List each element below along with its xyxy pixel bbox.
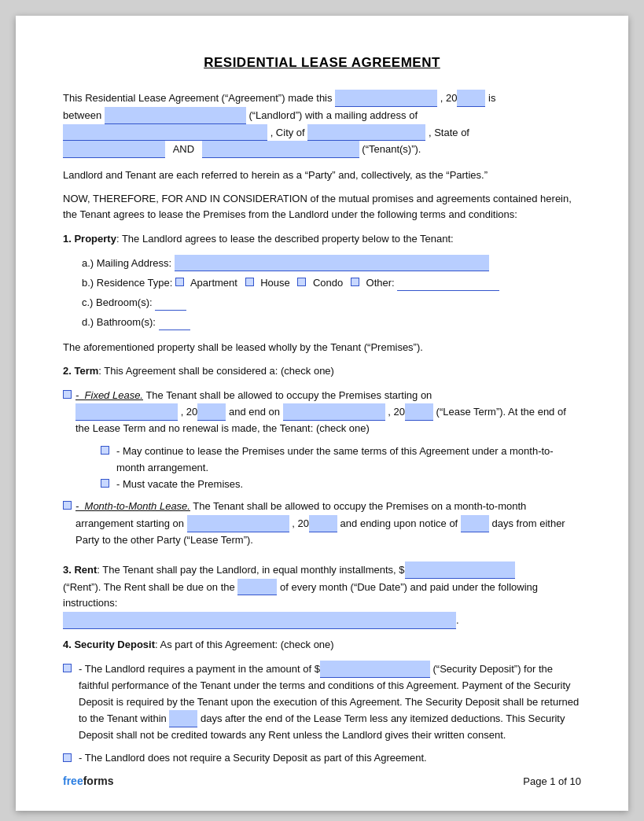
section4-text: : As part of this Agreement: (check one)	[155, 639, 334, 650]
section1-a-label: a.) Mailing Address:	[82, 257, 171, 269]
fixed-start-year-pre: , 20	[181, 406, 198, 418]
condo-checkbox[interactable]	[297, 278, 306, 286]
fixed-lease-label: - Fixed Lease.	[75, 389, 143, 401]
fixed-lease-checkbox[interactable]	[63, 390, 72, 399]
section4-header: 4. Security Deposit	[63, 639, 155, 650]
bedrooms-field[interactable]	[155, 294, 186, 311]
intro-line1-pre: This Residential Lease Agreement (“Agree…	[63, 92, 333, 104]
document-footer: freeforms Page 1 of 10	[63, 775, 581, 787]
apartment-checkbox[interactable]	[175, 278, 184, 286]
section1-b: b.) Residence Type: Apartment House Cond…	[82, 274, 581, 291]
section4-option1-pre: - The Landlord requires a payment in the…	[79, 663, 320, 675]
consideration-text: NOW, THEREFORE, FOR AND IN CONSIDERATION…	[63, 191, 581, 223]
security-return-days-field[interactable]	[169, 710, 197, 727]
section1-d-label: d.) Bathroom(s):	[82, 316, 156, 328]
brand-free: free	[63, 775, 83, 787]
security-deposit-amount-field[interactable]	[320, 661, 430, 678]
section1-d: d.) Bathroom(s):	[82, 314, 581, 330]
security-not-required-checkbox[interactable]	[63, 753, 72, 762]
option1-text: - May continue to lease the Premises und…	[116, 444, 581, 477]
option2-checkbox[interactable]	[101, 479, 109, 488]
section3-header: 3. Rent	[63, 564, 97, 576]
mailing-address-field[interactable]	[63, 124, 267, 142]
fixed-start-date-field[interactable]	[75, 403, 178, 421]
bathrooms-field[interactable]	[159, 314, 190, 330]
security-required-checkbox[interactable]	[63, 664, 72, 672]
section1-a: a.) Mailing Address:	[82, 255, 581, 271]
month-days-field[interactable]	[461, 515, 489, 532]
section1-text: : The Landlord agrees to lease the descr…	[116, 233, 454, 245]
tenant-name-field[interactable]	[202, 141, 359, 158]
month-year-pre: , 20	[292, 517, 309, 529]
option1-block: - May continue to lease the Premises und…	[101, 444, 581, 477]
section4-option1: - The Landlord requires a payment in the…	[63, 661, 581, 744]
section2-text: : This Agreement shall be considered a: …	[98, 365, 334, 377]
state-field[interactable]	[63, 141, 165, 158]
fixed-mid: and end on	[229, 406, 280, 418]
month-lease-block: - Month-to-Month Lease. The Tenant shall…	[63, 499, 581, 548]
section1-c-label: c.) Bedroom(s):	[82, 296, 153, 308]
condo-label: Condo	[313, 277, 343, 289]
section4-option2-text: - The Landlord does not require a Securi…	[79, 750, 427, 767]
fixed-end-year-pre: , 20	[388, 406, 405, 418]
section2-header: 2. Term	[63, 365, 98, 377]
landlord-name-field[interactable]	[105, 107, 246, 124]
intro-line1-post: is	[488, 92, 495, 104]
month-mid: and ending upon notice of	[340, 517, 458, 529]
month-lease-label: - Month-to-Month Lease.	[75, 500, 190, 512]
apartment-label: Apartment	[190, 277, 237, 289]
section4-option2: - The Landlord does not require a Securi…	[63, 750, 581, 767]
section3-text: : The Tenant shall pay the Landlord, in …	[97, 564, 404, 576]
footer-brand: freeforms	[63, 775, 114, 787]
brand-forms: forms	[83, 775, 114, 787]
city-field[interactable]	[307, 124, 425, 142]
option1-checkbox[interactable]	[101, 446, 109, 455]
date-day-field[interactable]	[335, 90, 437, 107]
section1-header-line: 1. Property: The Landlord agrees to leas…	[63, 231, 581, 247]
footer-page-number: Page 1 of 10	[523, 775, 581, 787]
intro-line2-post: (“Landlord”) with a mailing address of	[248, 109, 418, 121]
fixed-end-date-field[interactable]	[283, 403, 385, 421]
section1-b-label: b.) Residence Type:	[82, 277, 172, 289]
document-title: RESIDENTIAL LEASE AGREEMENT	[63, 55, 581, 71]
other-field[interactable]	[397, 274, 499, 291]
month-lease-checkbox[interactable]	[63, 501, 72, 510]
month-year-field[interactable]	[309, 515, 337, 532]
intro-line1-mid: , 20	[440, 92, 458, 104]
section4-header-line: 4. Security Deposit: As part of this Agr…	[63, 637, 581, 653]
due-date-field[interactable]	[237, 579, 277, 596]
option2-text: - Must vacate the Premises.	[116, 477, 243, 493]
section3-block: 3. Rent: The Tenant shall pay the Landlo…	[63, 561, 581, 629]
premises-note: The aforementioned property shall be lea…	[63, 340, 581, 355]
section2-header-line: 2. Term: This Agreement shall be conside…	[63, 363, 581, 379]
intro-line3-post: , State of	[429, 127, 469, 138]
fixed-start-year-field[interactable]	[197, 403, 226, 421]
section1-header: 1. Property	[63, 233, 116, 245]
intro-line4-post: (“Tenant(s)”).	[362, 143, 421, 155]
month-start-date-field[interactable]	[187, 515, 289, 532]
intro-line2-pre: between	[63, 109, 101, 121]
other-label: Other:	[366, 277, 395, 289]
intro-line4-mid: AND	[173, 143, 194, 155]
other-checkbox[interactable]	[351, 278, 359, 286]
fixed-lease-block: - Fixed Lease. The Tenant shall be allow…	[63, 388, 581, 493]
rent-amount-field[interactable]	[405, 561, 515, 579]
intro-section: This Residential Lease Agreement (“Agree…	[63, 90, 581, 158]
mailing-address-property-field[interactable]	[175, 255, 489, 271]
instructions-field[interactable]	[63, 612, 456, 629]
fixed-lease-text: The Tenant shall be allowed to occupy th…	[143, 389, 432, 401]
section1-c: c.) Bedroom(s):	[82, 294, 581, 311]
house-checkbox[interactable]	[245, 278, 254, 286]
house-label: House	[260, 277, 290, 289]
document-page: RESIDENTIAL LEASE AGREEMENT This Residen…	[16, 16, 628, 811]
intro-line3-mid: , City of	[270, 127, 305, 138]
date-year-field[interactable]	[457, 90, 485, 107]
parties-note: Landlord and Tenant are each referred to…	[63, 168, 581, 183]
option2-block: - Must vacate the Premises.	[101, 477, 581, 493]
fixed-end-year-field[interactable]	[405, 403, 433, 421]
rent-post: (“Rent”). The Rent shall be due on the	[63, 581, 235, 593]
